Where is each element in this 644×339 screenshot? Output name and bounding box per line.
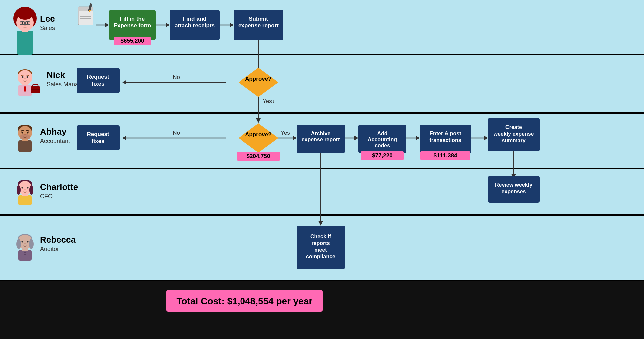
svg-point-115	[18, 70, 32, 85]
svg-line-147	[21, 131, 24, 131]
svg-rect-68	[0, 168, 644, 169]
svg-point-198	[27, 187, 29, 189]
svg-rect-144	[22, 139, 28, 141]
svg-point-215	[22, 241, 23, 243]
svg-rect-72	[0, 280, 644, 281]
svg-point-119	[22, 76, 24, 78]
svg-rect-69	[0, 169, 644, 215]
svg-text:Expense form: Expense form	[114, 22, 151, 29]
svg-rect-118	[22, 83, 28, 85]
svg-text:$77,220: $77,220	[372, 152, 392, 159]
svg-text:Abhay: Abhay	[40, 127, 67, 137]
svg-point-145	[22, 132, 23, 134]
svg-point-76	[18, 10, 32, 20]
svg-text:Find and: Find and	[183, 16, 207, 22]
svg-text:Charlotte: Charlotte	[40, 182, 78, 192]
svg-text:Yes↓: Yes↓	[263, 98, 275, 104]
svg-text:$655,200: $655,200	[121, 38, 144, 44]
svg-text:Lee: Lee	[40, 14, 55, 24]
svg-text:Create: Create	[505, 124, 522, 130]
svg-point-149	[24, 134, 26, 135]
svg-rect-214	[22, 248, 28, 251]
svg-text:expenses: expenses	[502, 189, 526, 194]
svg-text:weekly expense: weekly expense	[493, 131, 534, 137]
svg-rect-195	[18, 195, 32, 205]
svg-text:Yes: Yes	[281, 130, 290, 136]
svg-point-146	[27, 132, 29, 134]
svg-text:Submit: Submit	[249, 16, 268, 22]
svg-text:Review weekly: Review weekly	[495, 182, 532, 188]
svg-text:Approve?: Approve?	[245, 131, 271, 138]
svg-point-199	[24, 189, 26, 190]
svg-rect-83	[17, 31, 33, 55]
svg-text:Request: Request	[87, 131, 109, 137]
svg-text:summary: summary	[502, 138, 525, 143]
svg-line-121	[21, 75, 24, 75]
svg-point-213	[24, 254, 26, 255]
svg-text:Nick: Nick	[47, 70, 65, 80]
svg-text:attach receipts: attach receipts	[175, 22, 215, 29]
svg-text:Accounting: Accounting	[368, 137, 397, 142]
svg-point-194	[29, 185, 33, 195]
svg-rect-64	[0, 54, 644, 55]
svg-text:No: No	[173, 130, 180, 136]
main-svg: Lee Sales Fill in the Expense form $655,…	[0, 0, 644, 339]
svg-point-197	[22, 187, 23, 189]
svg-point-209	[16, 239, 21, 249]
svg-text:Sales: Sales	[40, 25, 55, 31]
svg-text:codes: codes	[375, 143, 390, 148]
svg-point-212	[24, 252, 26, 253]
svg-rect-84	[22, 29, 28, 32]
svg-rect-66	[0, 112, 644, 114]
svg-point-217	[24, 243, 26, 244]
svg-line-122	[26, 75, 29, 75]
svg-rect-143	[18, 140, 32, 152]
svg-point-216	[27, 241, 29, 243]
svg-text:Total Cost: $1,048,554 per yea: Total Cost: $1,048,554 per year	[177, 296, 313, 306]
svg-text:Add: Add	[377, 131, 387, 136]
svg-text:CFO: CFO	[40, 193, 53, 200]
svg-text:fixes: fixes	[92, 81, 105, 87]
svg-point-80	[22, 22, 23, 24]
svg-text:compliance: compliance	[306, 254, 335, 259]
svg-text:Fill in the: Fill in the	[120, 16, 145, 22]
svg-text:No: No	[173, 74, 180, 80]
svg-text:Archive: Archive	[311, 131, 331, 136]
svg-point-210	[29, 239, 34, 249]
svg-text:fixes: fixes	[92, 138, 105, 144]
svg-text:Enter & post: Enter & post	[429, 131, 461, 136]
svg-text:Accountant: Accountant	[40, 138, 70, 144]
svg-point-120	[27, 76, 28, 78]
svg-rect-196	[22, 193, 28, 196]
main-render: Lee Sales Fill in the Expense form $655,…	[0, 0, 644, 339]
svg-point-82	[24, 25, 26, 26]
svg-text:Auditor: Auditor	[40, 246, 59, 252]
svg-text:Approve?: Approve?	[245, 76, 271, 82]
svg-text:Rebecca: Rebecca	[40, 235, 76, 245]
svg-point-123	[24, 78, 26, 79]
svg-text:expense report: expense report	[238, 22, 279, 29]
svg-text:transactions: transactions	[429, 137, 461, 143]
svg-text:$111,384: $111,384	[434, 152, 457, 159]
svg-text:Check if: Check if	[310, 234, 331, 239]
svg-text:$204,750: $204,750	[247, 153, 270, 159]
svg-rect-70	[0, 214, 644, 216]
svg-text:Request: Request	[87, 74, 109, 80]
svg-text:reports: reports	[311, 240, 330, 246]
svg-text:meet: meet	[314, 247, 327, 253]
svg-line-148	[26, 131, 29, 131]
svg-point-193	[17, 185, 21, 195]
svg-text:expense report: expense report	[302, 137, 340, 142]
svg-point-81	[27, 22, 29, 24]
svg-rect-63	[0, 0, 644, 55]
